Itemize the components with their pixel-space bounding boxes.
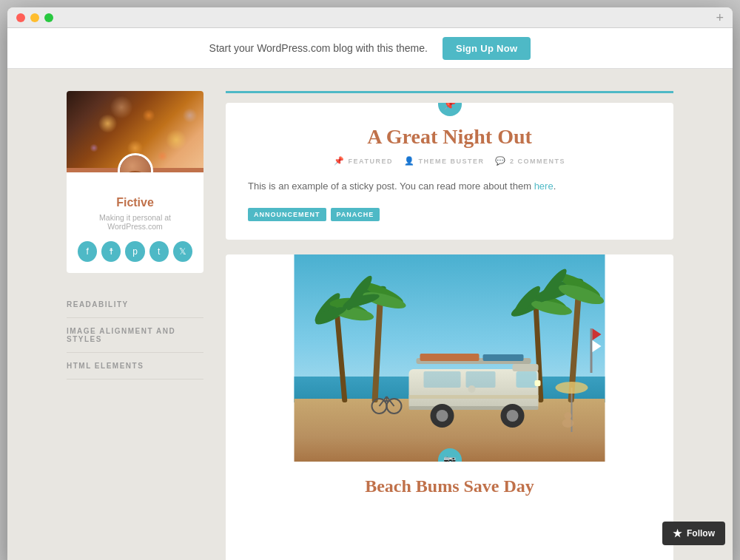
svg-point-52 [556,382,588,394]
profile-tagline: Making it personal at WordPress.com [78,213,192,231]
svg-rect-26 [591,328,593,373]
sidebar-item-html-elements[interactable]: HTML ELEMENTS [67,353,204,379]
svg-point-42 [507,410,519,422]
svg-point-44 [468,385,476,393]
sticky-post-card: 📌 A Great Night Out 📌 FEATURED 👤 THEME B… [226,103,673,240]
sidebar-item-image-alignment[interactable]: IMAGE ALIGNMENT AND STYLES [67,318,204,353]
follow-button-container: ★ Follow [662,522,725,545]
svg-point-54 [565,412,572,419]
profile-card: Fictive Making it personal at WordPress.… [67,91,204,273]
beach-scene-svg [226,254,673,462]
svg-rect-33 [513,364,539,371]
tag-announcement[interactable]: ANNOUNCEMENT [248,208,326,221]
add-tab-button[interactable]: + [716,11,724,24]
svg-rect-43 [535,380,541,386]
image-post-card: 📷 Beach Bums Save Day [226,254,673,560]
close-button[interactable] [16,13,25,22]
twitter-icon[interactable]: 𝕏 [173,241,192,262]
sidebar: Fictive Making it personal at WordPress.… [67,91,204,560]
top-banner: Start your WordPress.com blog with this … [7,28,733,69]
banner-text: Start your WordPress.com blog with this … [209,42,428,54]
svg-rect-31 [420,354,480,361]
posts-area: 📌 A Great Night Out 📌 FEATURED 👤 THEME B… [226,91,673,560]
follow-star-icon: ★ [673,527,682,539]
post-title: A Great Night Out [248,125,651,149]
maximize-button[interactable] [44,13,53,22]
excerpt-link[interactable]: here [534,181,554,192]
post-tags: ANNOUNCEMENT PANACHE [248,208,651,221]
avatar [118,153,153,172]
post-meta-comments: 💬 2 COMMENTS [495,156,565,166]
svg-point-40 [437,410,448,422]
svg-point-53 [562,419,574,428]
main-content: Fictive Making it personal at WordPress.… [7,69,733,560]
profile-name: Fictive [78,196,192,209]
second-post-title: Beach Bums Save Day [226,462,673,504]
post-meta-featured: 📌 FEATURED [334,156,393,166]
tag-panache[interactable]: PANACHE [331,208,380,221]
social-icons-list: f ☨ p t 𝕏 [78,241,192,262]
tumblr-icon[interactable]: t [149,241,169,262]
sidebar-item-readability[interactable]: READABILITY [67,291,204,318]
svg-rect-35 [424,371,461,388]
follow-button[interactable]: ★ Follow [662,522,725,545]
posts-top-border [226,91,673,93]
signup-button[interactable]: Sign Up Now [443,37,531,60]
browser-window: + Start your WordPress.com blog with thi… [7,7,733,560]
title-bar: + [7,7,733,28]
pin-icon: 📌 [334,156,346,166]
facebook-icon[interactable]: f [78,241,97,262]
profile-info: Fictive Making it personal at WordPress.… [67,172,204,273]
post-excerpt: This is an example of a sticky post. You… [248,179,651,195]
svg-rect-36 [466,371,496,388]
post-image: 📷 [226,254,673,462]
instagram-icon[interactable]: ☨ [101,241,121,262]
svg-rect-37 [409,395,539,399]
svg-rect-32 [483,354,524,361]
comment-icon: 💬 [495,156,507,166]
profile-cover-image [67,91,204,172]
user-icon: 👤 [404,156,416,166]
post-meta: 📌 FEATURED 👤 THEME BUSTER 💬 2 COMMENTS [248,156,651,166]
sidebar-navigation: READABILITY IMAGE ALIGNMENT AND STYLES H… [67,291,204,379]
pinterest-icon[interactable]: p [125,241,144,262]
svg-rect-34 [517,371,537,388]
minimize-button[interactable] [30,13,39,22]
post-meta-author: 👤 THEME BUSTER [404,156,485,166]
